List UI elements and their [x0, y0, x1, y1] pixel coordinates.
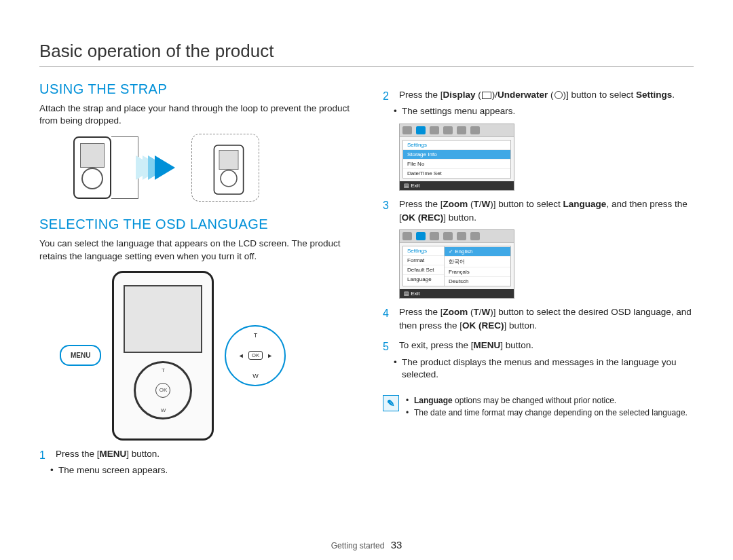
osd-exit-label: Exit	[411, 183, 419, 189]
osd-tabs	[400, 124, 514, 137]
display-icon	[482, 92, 491, 99]
note-text: The date and time format may change depe…	[414, 408, 688, 417]
left-column: USING THE STRAP Attach the strap and pla…	[39, 81, 350, 477]
step-number: 3	[383, 198, 392, 224]
note-bold: Language	[414, 396, 453, 405]
strap-heading: USING THE STRAP	[39, 81, 350, 97]
step-4: 4 Press the [Zoom (T/W)] button to selec…	[383, 305, 694, 332]
osd-row: Format	[403, 255, 444, 265]
step-bold: OK (REC)	[402, 212, 444, 223]
osd-row-selected: ✓ English	[445, 246, 510, 256]
page-number: 33	[391, 539, 402, 550]
underwater-icon	[555, 91, 563, 99]
step-bold: W	[482, 307, 491, 317]
step-text: Press the [	[56, 449, 100, 459]
zoom-w-label: W	[252, 373, 259, 379]
strap-illustration	[73, 134, 350, 202]
step-number: 2	[383, 88, 392, 104]
step-text: ] button.	[443, 212, 476, 223]
ok-button-icon: OK	[155, 383, 170, 398]
osd-footer: ▤ Exit	[400, 181, 514, 190]
osd-row: Date/Time Set	[403, 168, 510, 178]
device-icon	[73, 136, 111, 199]
step-text: )] button to select	[490, 199, 563, 209]
step-text: ] button.	[126, 449, 159, 459]
step-text: ] button.	[500, 340, 533, 350]
step-bold: Zoom	[443, 307, 468, 317]
step-text: (	[468, 307, 473, 317]
step-bold: T	[474, 199, 479, 209]
strap-attach-icon	[111, 136, 138, 199]
step-text: To exit, press the [	[399, 340, 474, 350]
osd-tabs	[400, 230, 514, 243]
osd-exit-label: Exit	[411, 291, 419, 297]
step-1: 1 Press the [MENU] button.	[39, 447, 350, 463]
step-text: (	[476, 90, 481, 100]
osd-row: Language	[403, 274, 444, 284]
step-bold: OK (REC)	[462, 320, 504, 331]
osd-row-label: English	[455, 248, 472, 255]
step-3: 3 Press the [Zoom (T/W)] button to selec…	[383, 198, 694, 224]
osd-screenshot-language: Settings Format Default Set Language ✓ E…	[399, 229, 514, 299]
note-item: Language options may be changed without …	[406, 395, 688, 406]
osd-row: 한국어	[445, 256, 510, 267]
step-text: )/	[492, 90, 497, 100]
osd-heading: SELECTING THE OSD LANGUAGE	[39, 217, 350, 232]
step-bold: Language	[563, 199, 607, 209]
zoom-t-label: T	[254, 332, 258, 339]
osd-tab-active-icon	[416, 232, 426, 240]
step-text: .	[672, 90, 675, 100]
step-bold: MENU	[100, 449, 127, 459]
step-bold: Underwater	[497, 90, 548, 100]
strap-body: Attach the strap and place your hand thr…	[39, 102, 350, 127]
osd-row: Français	[445, 267, 510, 276]
note-text: options may be changed without prior not…	[453, 396, 616, 405]
step-text: ] button.	[504, 320, 538, 331]
step-number: 5	[383, 339, 392, 354]
step-2: 2 Press the [Display ()/Underwater ()] b…	[383, 88, 694, 104]
step-bold: Zoom	[443, 199, 468, 209]
osd-footer: ▤ Exit	[400, 289, 514, 298]
step-text: )] button to select	[563, 90, 636, 100]
step-5-bullet: The product displays the menus and messa…	[383, 356, 694, 382]
osd-screenshot-settings: Settings Storage Info File No Date/Time …	[399, 124, 514, 191]
step-1-bullet: The menu screen appears.	[39, 464, 350, 477]
zoom-right-icon: ►	[267, 352, 273, 359]
step-bold: W	[482, 199, 491, 209]
zoom-ok-label: OK	[248, 351, 263, 360]
osd-panel-header: Settings	[403, 141, 510, 149]
osd-row: Deutsch	[445, 276, 510, 286]
step-bold: MENU	[474, 340, 501, 350]
step-5: 5 To exit, press the [MENU] button.	[383, 339, 694, 354]
device-large-icon: OK	[112, 271, 214, 441]
step-2-bullet: The settings menu appears.	[383, 105, 694, 118]
arrow-icon	[155, 155, 175, 180]
step-text: Press the [	[399, 90, 443, 100]
footer-section: Getting started	[331, 541, 385, 550]
step-bold: Display	[443, 90, 476, 100]
osd-tab-active-icon	[416, 126, 426, 134]
note-box: ✎ Language options may be changed withou…	[383, 395, 694, 419]
step-bold: T	[474, 307, 479, 317]
step-bold: Settings	[636, 90, 672, 100]
page-title: Basic operation of the product	[39, 41, 694, 67]
note-icon: ✎	[383, 395, 399, 411]
osd-row-selected: Storage Info	[403, 149, 510, 159]
zoom-callout: T ◄ OK ► W	[225, 325, 286, 386]
osd-row: Default Set	[403, 265, 444, 274]
right-column: 2 Press the [Display ()/Underwater ()] b…	[383, 81, 694, 477]
step-text: (	[548, 90, 553, 100]
zoom-left-icon: ◄	[238, 352, 244, 359]
step-number: 4	[383, 305, 392, 332]
osd-row: File No	[403, 159, 510, 168]
osd-panel-header: Settings	[403, 246, 444, 255]
step-number: 1	[39, 447, 49, 463]
step-text: Press the [	[399, 199, 443, 209]
menu-callout: MENU	[60, 345, 101, 366]
step-text: Press the [	[399, 307, 443, 317]
osd-body: You can select the language that appears…	[39, 238, 350, 262]
note-item: The date and time format may change depe…	[406, 407, 688, 418]
step-text: (	[468, 199, 473, 209]
device-controls-illustration: MENU OK T ◄ OK ► W	[60, 271, 350, 441]
page-footer: Getting started 33	[0, 539, 733, 550]
